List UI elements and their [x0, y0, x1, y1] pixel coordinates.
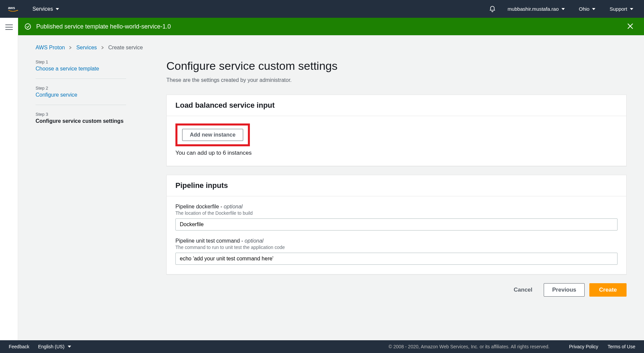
page-subtitle: These are the settings created by your a…	[166, 77, 627, 83]
nav-services[interactable]: Services	[30, 6, 62, 12]
field-label-text: Pipeline unit test command -	[175, 238, 245, 244]
caret-down-icon	[630, 8, 633, 10]
wizard-actions: Cancel Previous Create	[166, 283, 627, 297]
field-label: Pipeline dockerfile - optional	[175, 204, 618, 210]
wizard-steps: Step 1 Choose a service template Step 2 …	[36, 59, 126, 297]
step-link[interactable]: Configure service	[36, 92, 126, 98]
nav-account-label: mubbashir.mustafa.rao	[507, 6, 559, 12]
nav-services-label: Services	[33, 6, 53, 12]
feedback-link[interactable]: Feedback	[9, 344, 29, 349]
step-current: Configure service custom settings	[36, 118, 126, 124]
previous-button[interactable]: Previous	[544, 283, 585, 297]
optional-badge: optional	[245, 238, 263, 244]
add-new-instance-button[interactable]: Add new instance	[182, 129, 243, 141]
caret-down-icon	[592, 8, 595, 10]
field-label-text: Pipeline dockerfile -	[175, 204, 224, 209]
field-unit-test: Pipeline unit test command - optional Th…	[175, 238, 618, 265]
nav-right: mubbashir.mustafa.rao Ohio Support	[489, 5, 636, 13]
nav-support[interactable]: Support	[607, 6, 636, 12]
unit-test-input[interactable]	[175, 253, 618, 265]
success-alert: Published service template hello-world-s…	[18, 18, 644, 35]
privacy-link[interactable]: Privacy Policy	[569, 344, 598, 349]
wizard-step: Step 2 Configure service	[36, 86, 126, 105]
success-check-icon	[24, 23, 32, 30]
nav-region[interactable]: Ohio	[576, 6, 598, 12]
hamburger-icon[interactable]	[5, 24, 13, 31]
svg-point-1	[25, 24, 31, 30]
terms-link[interactable]: Terms of Use	[608, 344, 635, 349]
caret-down-icon	[56, 8, 59, 10]
breadcrumb: AWS Proton Services Create service	[36, 45, 627, 51]
dockerfile-input[interactable]	[175, 218, 618, 231]
breadcrumb-link-services[interactable]: Services	[76, 45, 97, 51]
panel-header: Load balanced service input	[167, 95, 626, 116]
copyright: © 2008 - 2020, Amazon Web Services, Inc.…	[389, 344, 550, 349]
nav-support-label: Support	[609, 6, 627, 12]
footer: Feedback English (US) © 2008 - 2020, Ama…	[0, 340, 644, 353]
step-number: Step 1	[36, 59, 126, 64]
caret-down-icon	[561, 8, 565, 10]
chevron-right-icon	[101, 45, 104, 51]
field-description: The location of the Dockerfile to build	[175, 210, 618, 216]
instances-hint: You can add up to 6 instances	[175, 150, 618, 156]
main-form: Configure service custom settings These …	[166, 59, 627, 297]
panel-instances: Load balanced service input Add new inst…	[166, 95, 627, 166]
cancel-button[interactable]: Cancel	[507, 283, 539, 297]
svg-text:aws: aws	[8, 6, 15, 10]
nav-region-label: Ohio	[579, 6, 590, 12]
create-button[interactable]: Create	[589, 283, 627, 297]
step-number: Step 2	[36, 86, 126, 91]
optional-badge: optional	[224, 204, 243, 209]
side-rail	[0, 18, 18, 340]
step-number: Step 3	[36, 112, 126, 117]
aws-logo[interactable]: aws	[8, 5, 20, 13]
wizard-step: Step 3 Configure service custom settings	[36, 112, 126, 131]
caret-down-icon	[68, 346, 71, 348]
language-label: English (US)	[38, 344, 64, 349]
notifications-icon[interactable]	[489, 5, 496, 13]
wizard-step: Step 1 Choose a service template	[36, 59, 126, 79]
field-description: The command to run to unit test the appl…	[175, 245, 618, 250]
step-link[interactable]: Choose a service template	[36, 66, 126, 72]
top-nav: aws Services mubbashir.mustafa.rao Ohio …	[0, 0, 644, 18]
nav-account[interactable]: mubbashir.mustafa.rao	[505, 6, 568, 12]
highlight-box: Add new instance	[175, 123, 250, 146]
field-label: Pipeline unit test command - optional	[175, 238, 618, 244]
alert-close-button[interactable]	[627, 23, 633, 30]
chevron-right-icon	[69, 45, 72, 51]
breadcrumb-link-root[interactable]: AWS Proton	[36, 45, 65, 51]
breadcrumb-current: Create service	[108, 45, 143, 51]
panel-pipeline: Pipeline inputs Pipeline dockerfile - op…	[166, 175, 627, 274]
panel-header: Pipeline inputs	[167, 175, 626, 196]
page-title: Configure service custom settings	[166, 59, 627, 72]
alert-text: Published service template hello-world-s…	[36, 23, 627, 30]
field-dockerfile: Pipeline dockerfile - optional The locat…	[175, 204, 618, 231]
language-selector[interactable]: English (US)	[38, 344, 71, 349]
